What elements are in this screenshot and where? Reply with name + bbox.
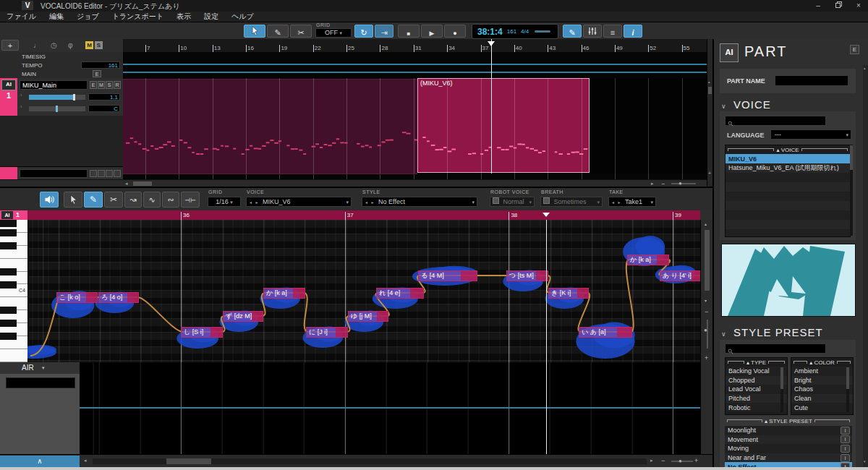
pitch-smooth-tool[interactable]: ∾ (162, 192, 179, 208)
zoom-in-icon[interactable]: + (708, 171, 711, 176)
scroll-right-icon[interactable]: ▸ (650, 458, 653, 463)
style-select[interactable]: ◂ ▸ No Effect ▾ (362, 197, 477, 207)
clock-icon[interactable]: ◷ (51, 41, 57, 49)
volume-value[interactable]: 1.1 (88, 93, 120, 101)
preset-info-button[interactable]: i (841, 463, 850, 467)
black-key[interactable] (0, 268, 17, 275)
black-key[interactable] (0, 242, 17, 249)
track-partial-btn2[interactable] (98, 170, 105, 177)
note-0[interactable]: こ [k o] (56, 292, 98, 303)
note-grid[interactable] (28, 220, 700, 362)
note-7[interactable]: れ [4 e] (376, 288, 424, 299)
list-view-button[interactable]: ≡ (603, 25, 622, 38)
air-value-box[interactable] (6, 377, 75, 388)
note-width-tool[interactable]: ⊣⊢ (181, 192, 200, 208)
scroll-up-icon[interactable]: ▴ (864, 66, 866, 70)
preset-info-button[interactable]: i (841, 427, 850, 435)
zoom-out-h-icon[interactable]: − (661, 457, 665, 464)
note-10[interactable]: き [K i] (548, 288, 589, 299)
metronome-icon[interactable]: φ (68, 41, 72, 49)
menu-1[interactable]: 編集 (43, 12, 70, 22)
edit-panel-button[interactable]: ✎ (563, 25, 582, 38)
menu-3[interactable]: トランスポート (106, 12, 170, 22)
pr-pointer-tool[interactable] (64, 192, 82, 208)
type-list-scrollbar[interactable] (780, 367, 783, 412)
scroll-left-icon[interactable]: ◂ (84, 458, 87, 463)
part-panel-scrollbar[interactable]: ▴ ▾ (863, 65, 868, 467)
arrangement-playhead-marker[interactable] (488, 41, 495, 46)
preset-list-item-3[interactable]: Near and Fari (725, 453, 852, 463)
track-record-button[interactable]: R (114, 81, 121, 89)
color-list-item-3[interactable]: Clean (791, 394, 853, 403)
pr-vscroll-thumb[interactable] (705, 230, 710, 291)
scissors-tool-button[interactable]: ✂ (290, 25, 312, 38)
zoom-slider[interactable] (671, 183, 696, 184)
note-9[interactable]: つ [ts M] (506, 270, 548, 281)
note-2[interactable]: し [S i] (181, 327, 223, 338)
scroll-up-icon[interactable]: ▴ (705, 221, 707, 226)
voice-select[interactable]: ◂ ▸ MIKU_V6 ▾ (246, 197, 352, 207)
record-button[interactable]: ● (444, 25, 466, 38)
note-13[interactable]: あ り [4' i] (660, 270, 705, 281)
voice-list-empty-row[interactable] (726, 182, 850, 192)
scroll-right-icon[interactable]: ▸ (651, 181, 654, 187)
pencil-tool-button[interactable]: ✎ (267, 25, 289, 38)
black-key[interactable] (0, 281, 17, 289)
play-button[interactable]: ▶ (421, 25, 443, 38)
color-list-header[interactable]: ▴ COLOR (791, 358, 853, 367)
voice-list-scrollbar[interactable] (850, 145, 853, 236)
voice-list-item-0[interactable]: MIKU_V6 (726, 154, 850, 163)
track-miku-main[interactable]: AI 1 MIKU_Main E M S R › 1.1 › C (0, 78, 123, 116)
color-list-item-4[interactable]: Cute (791, 403, 853, 412)
menu-5[interactable]: 設定 (197, 12, 225, 22)
note-6[interactable]: ゆ [j M] (348, 311, 388, 322)
expand-lane-button[interactable]: ∧ (0, 456, 80, 468)
color-list-scroll-thumb[interactable] (846, 367, 849, 389)
voice-search-input[interactable] (725, 116, 826, 126)
arrangement-hscroll-thumb[interactable] (133, 181, 152, 186)
note-3[interactable]: ず [dz M] (223, 311, 263, 322)
note-12[interactable]: か [k a] (627, 255, 669, 265)
volume-slider[interactable] (29, 95, 85, 100)
type-list-header[interactable]: ▴ TYPE (726, 358, 787, 367)
track-e-button[interactable]: E (90, 81, 97, 89)
preset-info-button[interactable]: i (841, 445, 850, 453)
pr-grid-select[interactable]: 1/16 ▾ (208, 197, 241, 207)
zoom-in-v-icon[interactable]: + (705, 354, 708, 362)
voice-list-empty-row[interactable] (726, 229, 850, 237)
pan-slider[interactable] (29, 106, 85, 111)
next-style-icon[interactable]: ▸ (372, 200, 374, 205)
voice-list-empty-row[interactable] (726, 192, 850, 201)
part-miku-1[interactable] (123, 79, 417, 174)
language-select[interactable]: --- ▾ (770, 129, 851, 140)
arrangement-playhead-line[interactable] (491, 39, 492, 174)
mixer-button[interactable] (583, 25, 602, 38)
preset-list-item-4[interactable]: No Effecti (725, 462, 852, 467)
pointer-tool-button[interactable] (244, 25, 265, 38)
track-mute-button[interactable]: M (98, 81, 105, 89)
scroll-up-icon[interactable]: ▴ (708, 80, 710, 84)
black-key[interactable] (0, 307, 17, 314)
master-solo-button[interactable]: S (95, 41, 103, 49)
pr-hscroll-thumb[interactable] (166, 458, 211, 464)
pr-pencil-tool[interactable]: ✎ (84, 192, 103, 208)
preset-info-button[interactable]: i (841, 454, 850, 462)
color-list-item-0[interactable]: Ambient (791, 367, 853, 376)
note-11[interactable]: い あ [a] (579, 327, 632, 338)
scroll-left-icon[interactable]: ◂ (125, 181, 128, 187)
pan-value[interactable]: C (88, 105, 120, 112)
menu-6[interactable]: ヘルプ (225, 12, 260, 22)
volume-slider-thumb[interactable] (73, 94, 75, 101)
main-edit-button[interactable]: E (93, 70, 101, 77)
part-miku-2-selected[interactable]: (MIKU_V6) (417, 78, 590, 173)
pr-playhead-marker[interactable] (542, 213, 550, 217)
menu-0[interactable]: ファイル (0, 12, 43, 22)
tempo-slider[interactable] (535, 30, 550, 33)
scroll-down-icon[interactable]: ▾ (864, 459, 866, 463)
tempo-value-box[interactable]: 161 (81, 61, 120, 69)
zoom-v-slider-thumb[interactable]: ● (704, 327, 707, 333)
audition-button[interactable] (40, 192, 59, 208)
type-list-scroll-thumb[interactable] (780, 367, 783, 389)
add-track-button[interactable]: + (1, 40, 19, 51)
prev-take-icon[interactable]: ◂ (612, 200, 614, 205)
